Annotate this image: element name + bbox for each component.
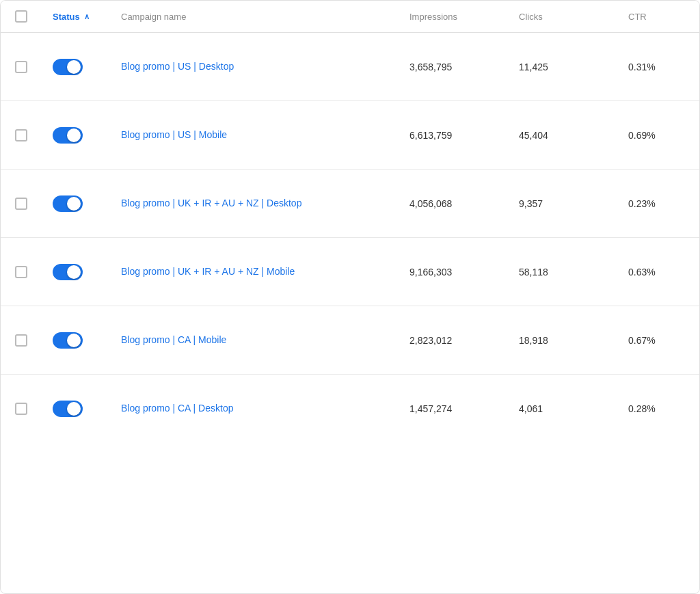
table-row: Blog promo | CA | Mobile 2,823,012 18,91… (1, 306, 699, 375)
row-clicks-col: 9,357 (508, 198, 617, 209)
impressions-value: 4,056,068 (409, 198, 452, 209)
table-row: Blog promo | CA | Desktop 1,457,274 4,06… (1, 375, 699, 443)
select-all-checkbox[interactable] (15, 10, 27, 23)
row-impressions-col: 9,166,303 (399, 267, 508, 278)
row-toggle-col (42, 401, 110, 417)
impressions-value: 6,613,759 (409, 130, 452, 141)
row-checkbox-col (1, 129, 42, 141)
clicks-value: 4,061 (519, 403, 543, 414)
impressions-value: 9,166,303 (409, 267, 452, 278)
row-toggle-col (42, 195, 110, 212)
row-impressions-col: 3,658,795 (399, 62, 508, 72)
row-checkbox[interactable] (15, 334, 27, 347)
clicks-value: 18,918 (519, 335, 548, 346)
clicks-header: Clicks (508, 12, 617, 22)
row-impressions-col: 1,457,274 (399, 403, 508, 414)
row-checkbox[interactable] (15, 266, 27, 278)
ctr-header: CTR (617, 12, 699, 22)
row-ctr-col: 0.23% (617, 198, 699, 209)
row-impressions-col: 6,613,759 (399, 130, 508, 141)
row-toggle-col (42, 127, 110, 144)
table-row: Blog promo | UK + IR + AU + NZ | Mobile … (1, 238, 699, 306)
row-checkbox[interactable] (15, 61, 27, 73)
campaign-name-link[interactable]: Blog promo | US | Desktop (121, 60, 234, 74)
campaign-toggle[interactable] (53, 195, 83, 212)
row-checkbox-col (1, 266, 42, 278)
campaign-name-link[interactable]: Blog promo | CA | Desktop (121, 402, 233, 416)
table-body: Blog promo | US | Desktop 3,658,795 11,4… (1, 33, 699, 443)
campaign-toggle[interactable] (53, 264, 83, 280)
row-ctr-col: 0.67% (617, 335, 699, 346)
row-checkbox-col (1, 403, 42, 415)
clicks-value: 45,404 (519, 130, 548, 141)
impressions-value: 3,658,795 (409, 62, 452, 72)
campaign-toggle[interactable] (53, 401, 83, 417)
row-campaign-col: Blog promo | CA | Mobile (110, 323, 399, 358)
row-clicks-col: 45,404 (508, 130, 617, 141)
campaign-toggle[interactable] (53, 332, 83, 349)
row-campaign-col: Blog promo | US | Desktop (110, 49, 399, 85)
clicks-value: 11,425 (519, 62, 548, 72)
status-header[interactable]: Status ∧ (42, 12, 110, 22)
campaign-name-link[interactable]: Blog promo | UK + IR + AU + NZ | Mobile (121, 265, 295, 279)
row-impressions-col: 4,056,068 (399, 198, 508, 209)
row-checkbox[interactable] (15, 403, 27, 415)
table-row: Blog promo | US | Mobile 6,613,759 45,40… (1, 101, 699, 170)
impressions-value: 1,457,274 (409, 403, 452, 414)
campaign-toggle[interactable] (53, 59, 83, 75)
row-campaign-col: Blog promo | UK + IR + AU + NZ | Desktop (110, 186, 399, 221)
table-header: Status ∧ Campaign name Impressions Click… (1, 1, 699, 33)
row-campaign-col: Blog promo | US | Mobile (110, 118, 399, 153)
row-checkbox-col (1, 198, 42, 210)
impressions-value: 2,823,012 (409, 335, 452, 346)
row-checkbox[interactable] (15, 129, 27, 141)
row-ctr-col: 0.31% (617, 62, 699, 72)
row-campaign-col: Blog promo | UK + IR + AU + NZ | Mobile (110, 254, 399, 290)
row-clicks-col: 58,118 (508, 267, 617, 278)
ctr-value: 0.67% (628, 335, 656, 346)
row-toggle-col (42, 264, 110, 280)
campaigns-table: Status ∧ Campaign name Impressions Click… (0, 0, 700, 594)
row-checkbox[interactable] (15, 198, 27, 210)
row-clicks-col: 4,061 (508, 403, 617, 414)
row-impressions-col: 2,823,012 (399, 335, 508, 346)
row-ctr-col: 0.28% (617, 403, 699, 414)
row-toggle-col (42, 332, 110, 349)
row-ctr-col: 0.63% (617, 267, 699, 278)
table-row: Blog promo | UK + IR + AU + NZ | Desktop… (1, 170, 699, 238)
campaign-name-link[interactable]: Blog promo | US | Mobile (121, 129, 227, 142)
status-header-label: Status (53, 12, 80, 22)
table-row: Blog promo | US | Desktop 3,658,795 11,4… (1, 33, 699, 101)
impressions-header: Impressions (399, 12, 508, 22)
clicks-value: 58,118 (519, 267, 548, 278)
campaign-name-link[interactable]: Blog promo | CA | Mobile (121, 334, 226, 347)
clicks-value: 9,357 (519, 198, 543, 209)
ctr-value: 0.63% (628, 267, 656, 278)
row-ctr-col: 0.69% (617, 130, 699, 141)
row-campaign-col: Blog promo | CA | Desktop (110, 391, 399, 427)
campaign-toggle[interactable] (53, 127, 83, 144)
row-checkbox-col (1, 334, 42, 347)
row-clicks-col: 11,425 (508, 62, 617, 72)
ctr-value: 0.23% (628, 198, 656, 209)
select-all-col (1, 10, 42, 23)
sort-arrow-icon: ∧ (84, 12, 90, 21)
row-toggle-col (42, 59, 110, 75)
row-checkbox-col (1, 61, 42, 73)
row-clicks-col: 18,918 (508, 335, 617, 346)
campaign-name-link[interactable]: Blog promo | UK + IR + AU + NZ | Desktop (121, 197, 301, 211)
ctr-value: 0.69% (628, 130, 656, 141)
ctr-value: 0.28% (628, 403, 656, 414)
ctr-value: 0.31% (628, 62, 656, 72)
campaign-name-header: Campaign name (110, 12, 399, 22)
